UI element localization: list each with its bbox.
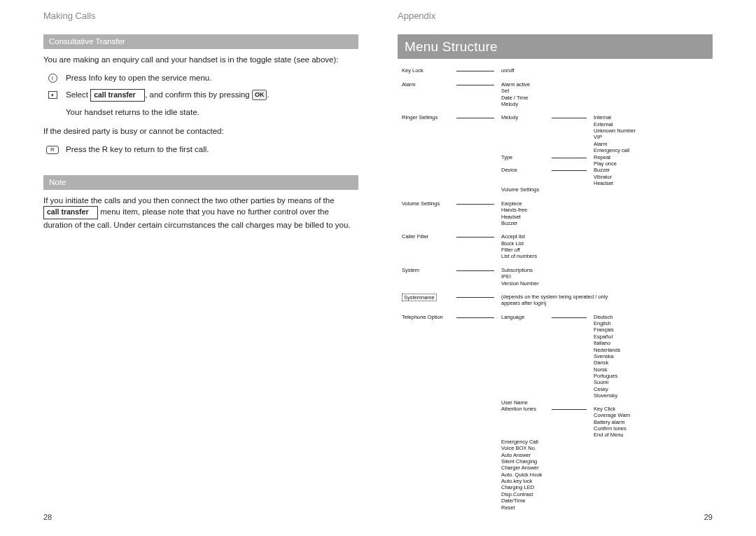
consultative-transfer-heading: Consultative Transfer <box>43 34 358 49</box>
tree-leaf: Confirm tones <box>594 425 630 432</box>
tree-ringer: Ringer Settings Melody Internal External… <box>402 114 713 193</box>
tree-leaf: Norsk <box>594 366 620 373</box>
tree-leaf: Silent Charging <box>501 458 552 465</box>
tree-leaf: Italiano <box>594 340 620 346</box>
tree-leaf: Deutsch <box>594 314 620 320</box>
tree-leaf: English <box>594 320 620 327</box>
menu-tree: Key Lock on/off Alarm Alarm active Set D… <box>398 67 713 511</box>
tree-leaf: Suomi <box>594 379 620 385</box>
step-return-idle: Your handset returns to the idle state. <box>43 106 358 118</box>
tree-leaf: End of Menu <box>594 432 630 438</box>
tree-leaf: Français <box>594 327 620 333</box>
tree-leaf: Slovensky <box>594 392 620 399</box>
step-text: Press the R key to return to the first c… <box>66 144 209 156</box>
tree-leaf: Charger Answer <box>501 465 552 471</box>
page-section-heading: Making Calls <box>43 10 358 23</box>
menu-structure-heading: Menu Structure <box>398 34 713 60</box>
tree-leaf: Auto.key lock <box>501 478 552 484</box>
tree-telephone-option: Telephone Option Language DeutschEnglish… <box>402 314 713 511</box>
busy-intro: If the desired party is busy or cannot b… <box>43 125 358 137</box>
info-key-icon: i <box>46 74 59 83</box>
tree-leaf: Emergency Call <box>501 439 552 445</box>
page-section-heading: Appendix <box>398 10 713 23</box>
step-r-key: R Press the R key to return to the first… <box>43 144 358 156</box>
tree-leaf: Portugues <box>594 373 620 379</box>
ok-key-icon: OK <box>252 90 267 100</box>
tree-leaf: Charging LED <box>501 484 552 490</box>
step-text: Press Info key to open the service menu. <box>66 72 211 84</box>
tree-systemname: Systemname (depends on the system being … <box>402 294 713 307</box>
tree-caller-filter: Caller Filter Accept list Block List Fil… <box>402 233 713 260</box>
step-select-call-transfer: ▾ Select call transfer, and confirm this… <box>43 89 358 102</box>
tree-leaf: Reset <box>501 504 552 511</box>
tree-leaf: Nederlands <box>594 347 620 353</box>
left-page: Making Calls Consultative Transfer You a… <box>0 0 378 536</box>
tree-leaf: Date/Time <box>501 497 552 504</box>
page-number: 28 <box>43 512 52 523</box>
call-transfer-box: call transfer <box>43 206 98 219</box>
call-transfer-box: call transfer <box>90 89 145 102</box>
tree-leaf: Coverage Warn <box>594 412 630 418</box>
tree-system: System Subscriptions IPEI Version Number <box>402 267 713 287</box>
tree-keylock: Key Lock on/off <box>402 67 713 74</box>
tree-leaf: Svenska <box>594 353 620 359</box>
tree-leaf: Key Click <box>594 406 630 412</box>
note-heading: Note <box>43 175 358 190</box>
right-page: Appendix Menu Structure Key Lock on/off … <box>378 0 756 536</box>
tree-volume: Volume Settings Earpiece Hands-free Head… <box>402 200 713 227</box>
tree-leaf: Dansk <box>594 359 620 366</box>
tree-leaf: Cesky <box>594 386 620 392</box>
page-number: 29 <box>704 512 713 523</box>
select-key-icon: ▾ <box>46 90 59 100</box>
tree-leaf: Voice BOX No. <box>501 445 552 451</box>
tree-leaf: Auto Answer <box>501 452 552 458</box>
tree-alarm: Alarm Alarm active Set Date / Time Melod… <box>402 81 713 108</box>
tree-leaf: Español <box>594 334 620 340</box>
tree-leaf: Auto. Quick Hook <box>501 472 552 478</box>
r-key-icon: R <box>46 145 59 155</box>
tree-leaf: Battery alarm <box>594 419 630 425</box>
tree-leaf: Disp.Contrast <box>501 491 552 497</box>
intro-text: You are making an enquiry call and your … <box>43 54 358 66</box>
step-open-service-menu: i Press Info key to open the service men… <box>43 72 358 84</box>
step-text: Select call transfer, and confirm this b… <box>66 89 270 102</box>
note-text: If you initiate the calls and you then c… <box>43 195 358 231</box>
